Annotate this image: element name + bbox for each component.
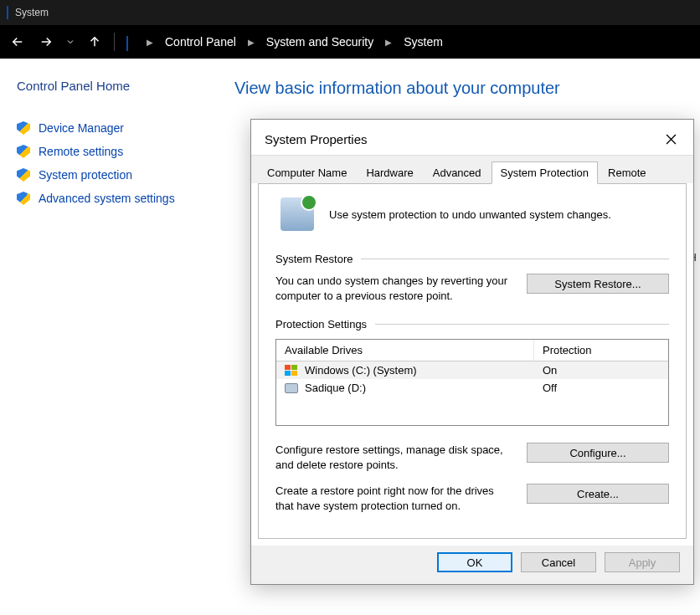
windows-drive-icon <box>285 365 298 377</box>
tab-hardware[interactable]: Hardware <box>357 161 422 183</box>
close-button[interactable] <box>660 128 682 150</box>
system-properties-dialog: System Properties Computer Name Hardware… <box>250 119 694 585</box>
tab-computer-name[interactable]: Computer Name <box>258 161 356 183</box>
shield-icon <box>17 121 30 135</box>
section-heading-label: System Restore <box>275 253 353 265</box>
intro-row: Use system protection to undo unwanted s… <box>275 197 669 231</box>
nav-forward-button[interactable] <box>33 29 59 54</box>
drive-name: Windows (C:) (System) <box>305 364 417 377</box>
control-panel-home-link[interactable]: Control Panel Home <box>13 79 204 93</box>
tab-advanced[interactable]: Advanced <box>424 161 491 183</box>
section-protection-settings: Protection Settings Available Drives Pro… <box>275 318 669 513</box>
chevron-right-icon[interactable]: ▶ <box>145 38 155 47</box>
table-row[interactable]: Windows (C:) (System) On <box>276 361 668 379</box>
divider <box>361 259 669 259</box>
breadcrumb-computer-icon <box>126 37 140 48</box>
apply-button[interactable]: Apply <box>605 552 680 572</box>
system-icon <box>7 7 8 18</box>
drive-protection-status: Off <box>534 379 668 397</box>
breadcrumb-item[interactable]: System and Security <box>261 32 378 52</box>
explorer-navbar: ▶ Control Panel ▶ System and Security ▶ … <box>0 25 700 59</box>
section-heading-label: Protection Settings <box>275 318 367 331</box>
sidebar-item-label: System protection <box>39 168 132 182</box>
sidebar-item-remote-settings[interactable]: Remote settings <box>13 140 204 163</box>
dialog-titlebar[interactable]: System Properties <box>251 120 693 155</box>
drives-table-header: Available Drives Protection <box>276 340 668 361</box>
window-title: System <box>15 7 49 18</box>
system-restore-button[interactable]: System Restore... <box>527 274 669 294</box>
divider <box>375 324 669 325</box>
column-header-protection[interactable]: Protection <box>534 340 668 361</box>
chevron-right-icon[interactable]: ▶ <box>383 38 394 47</box>
nav-recent-dropdown[interactable] <box>62 29 79 54</box>
restore-description: You can undo system changes by reverting… <box>275 274 512 303</box>
table-empty-space <box>276 397 668 425</box>
page-title: View basic information about your comput… <box>234 79 683 98</box>
window-titlebar: System <box>0 0 700 25</box>
drives-table[interactable]: Available Drives Protection Windows (C:)… <box>275 339 669 426</box>
system-protection-icon <box>281 197 314 231</box>
shield-icon <box>17 192 30 205</box>
shield-icon <box>17 168 30 182</box>
tab-system-protection[interactable]: System Protection <box>492 161 599 184</box>
sidebar-item-label: Remote settings <box>39 145 123 158</box>
breadcrumb[interactable]: ▶ Control Panel ▶ System and Security ▶ … <box>121 32 448 52</box>
create-description: Create a restore point right now for the… <box>275 484 512 513</box>
chevron-right-icon[interactable]: ▶ <box>246 38 256 47</box>
nav-separator <box>114 33 115 51</box>
sidebar-item-device-manager[interactable]: Device Manager <box>13 116 204 140</box>
drive-name: Sadique (D:) <box>305 382 366 394</box>
table-row[interactable]: Sadique (D:) Off <box>276 379 668 397</box>
configure-description: Configure restore settings, manage disk … <box>275 443 512 472</box>
dialog-tabs: Computer Name Hardware Advanced System P… <box>251 155 693 183</box>
breadcrumb-item[interactable]: System <box>399 32 448 52</box>
tab-panel-system-protection: Use system protection to undo unwanted s… <box>258 183 687 539</box>
cancel-button[interactable]: Cancel <box>521 552 596 572</box>
breadcrumb-item[interactable]: Control Panel <box>160 32 241 52</box>
intro-text: Use system protection to undo unwanted s… <box>329 208 611 221</box>
section-system-restore: System Restore You can undo system chang… <box>275 253 669 303</box>
drive-protection-status: On <box>534 361 668 379</box>
column-header-drives[interactable]: Available Drives <box>276 340 534 361</box>
nav-up-button[interactable] <box>82 29 107 54</box>
sidebar: Control Panel Home Device Manager Remote… <box>0 59 218 615</box>
ok-button[interactable]: OK <box>437 552 512 572</box>
shield-icon <box>17 145 30 158</box>
configure-button[interactable]: Configure... <box>527 443 669 463</box>
dialog-button-row: OK Cancel Apply <box>251 546 693 584</box>
dialog-title: System Properties <box>265 132 368 146</box>
tab-remote[interactable]: Remote <box>599 161 656 183</box>
sidebar-item-label: Advanced system settings <box>39 192 175 205</box>
sidebar-item-system-protection[interactable]: System protection <box>13 163 204 187</box>
hard-drive-icon <box>285 383 298 393</box>
sidebar-item-label: Device Manager <box>39 121 124 135</box>
nav-back-button[interactable] <box>5 29 30 54</box>
sidebar-item-advanced-system-settings[interactable]: Advanced system settings <box>13 187 204 210</box>
create-restore-point-button[interactable]: Create... <box>527 484 669 504</box>
